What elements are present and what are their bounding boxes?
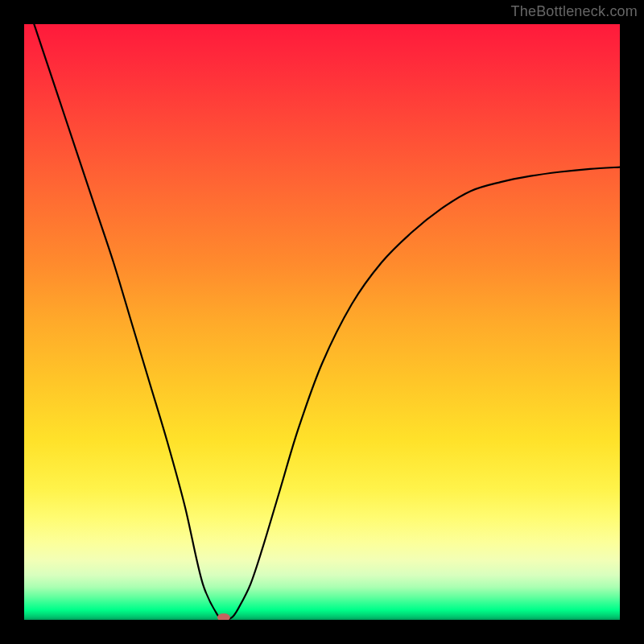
- chart-frame: TheBottleneck.com: [0, 0, 644, 644]
- plot-area: [24, 24, 620, 620]
- watermark-text: TheBottleneck.com: [511, 3, 638, 20]
- gradient-background: [24, 24, 620, 620]
